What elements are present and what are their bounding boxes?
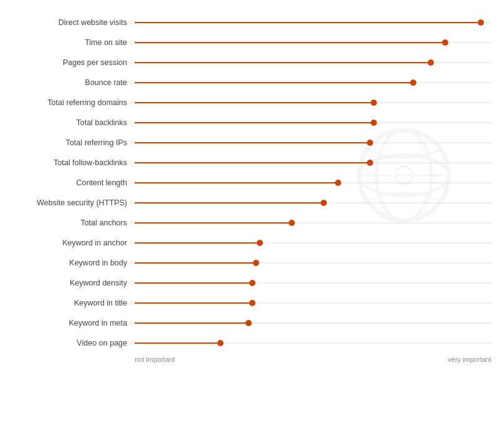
bar-area xyxy=(135,293,491,313)
bar-area xyxy=(135,33,491,53)
chart-row: Keyword in title xyxy=(6,293,491,313)
bar-line xyxy=(135,262,256,264)
row-label: Bounce rate xyxy=(6,78,135,87)
bar-area xyxy=(135,153,491,173)
row-label: Keyword in anchor xyxy=(6,239,135,247)
chart-row: Total referring IPs xyxy=(6,133,491,153)
row-label: Website security (HTTPS) xyxy=(6,198,135,207)
chart-row: Time on site xyxy=(6,33,491,53)
bar-dot xyxy=(217,340,224,346)
bar-area xyxy=(135,13,491,33)
row-label: Keyword in meta xyxy=(6,319,135,327)
bar-area xyxy=(135,233,491,253)
bar-area xyxy=(135,173,491,193)
chart-row: Keyword density xyxy=(6,273,491,293)
bar-area xyxy=(135,133,491,153)
bar-area xyxy=(135,273,491,293)
chart-row: Pages per session xyxy=(6,53,491,73)
bar-dot xyxy=(478,19,484,26)
bar-dot xyxy=(249,280,255,286)
chart-row: Total anchors xyxy=(6,213,491,233)
bar-dot xyxy=(428,59,434,66)
bar-line xyxy=(135,82,413,83)
row-label: Direct website visits xyxy=(6,18,135,27)
row-label: Total anchors xyxy=(6,219,135,227)
bar-dot xyxy=(335,180,341,186)
bar-line xyxy=(135,142,370,143)
bar-area xyxy=(135,53,491,73)
row-label: Total referring domains xyxy=(6,98,135,107)
bar-area xyxy=(135,113,491,133)
bar-line xyxy=(135,62,431,63)
row-label: Keyword density xyxy=(6,279,135,287)
bar-line xyxy=(135,202,324,203)
row-label: Total follow-backlinks xyxy=(6,158,135,167)
row-label: Total referring IPs xyxy=(6,138,135,147)
bar-dot xyxy=(410,80,416,86)
bar-line xyxy=(135,162,370,163)
bar-line xyxy=(135,242,260,244)
chart-row: Direct website visits xyxy=(6,13,491,33)
row-label: Keyword in body xyxy=(6,259,135,267)
bar-dot xyxy=(321,200,327,206)
bar-dot xyxy=(442,39,448,46)
chart-row: Video on page xyxy=(6,333,491,353)
rows-container: Direct website visitsTime on sitePages p… xyxy=(6,13,491,353)
chart-row: Total referring domains xyxy=(6,93,491,113)
bar-line xyxy=(135,22,481,23)
chart-row: Keyword in meta xyxy=(6,313,491,333)
x-label-right: very important xyxy=(448,356,491,363)
bar-area xyxy=(135,73,491,93)
bar-area xyxy=(135,213,491,233)
bar-dot xyxy=(371,100,377,106)
bar-dot xyxy=(253,260,259,266)
x-axis-labels: not important very important xyxy=(6,356,491,363)
bar-area xyxy=(135,193,491,213)
bar-area xyxy=(135,313,491,333)
row-label: Pages per session xyxy=(6,58,135,67)
chart-row: Keyword in anchor xyxy=(6,233,491,253)
row-label: Keyword in title xyxy=(6,299,135,307)
chart-container: Direct website visitsTime on sitePages p… xyxy=(0,0,504,432)
bar-line xyxy=(135,122,374,123)
chart-row: Bounce rate xyxy=(6,73,491,93)
chart-row: Content length xyxy=(6,173,491,193)
row-label: Time on site xyxy=(6,38,135,47)
bar-dot xyxy=(289,220,295,226)
chart-row: Total backlinks xyxy=(6,113,491,133)
bar-line xyxy=(135,42,445,43)
bar-line xyxy=(135,302,252,304)
bar-line xyxy=(135,342,220,344)
x-label-left: not important xyxy=(135,356,175,363)
chart-row: Total follow-backlinks xyxy=(6,153,491,173)
bar-line xyxy=(135,282,252,284)
chart-row: Keyword in body xyxy=(6,253,491,273)
row-label: Content length xyxy=(6,178,135,187)
bar-dot xyxy=(367,140,373,146)
bar-line xyxy=(135,182,338,183)
bar-dot xyxy=(367,160,373,166)
chart-row: Website security (HTTPS) xyxy=(6,193,491,213)
bar-line xyxy=(135,102,374,103)
bar-dot xyxy=(245,320,252,326)
bar-dot xyxy=(371,120,377,126)
bar-dot xyxy=(249,300,255,306)
bar-area xyxy=(135,93,491,113)
bar-area xyxy=(135,253,491,273)
bar-line xyxy=(135,222,292,224)
bar-area xyxy=(135,333,491,353)
bar-line xyxy=(135,322,249,324)
row-label: Video on page xyxy=(6,339,135,347)
bar-dot xyxy=(257,240,263,246)
row-label: Total backlinks xyxy=(6,118,135,127)
